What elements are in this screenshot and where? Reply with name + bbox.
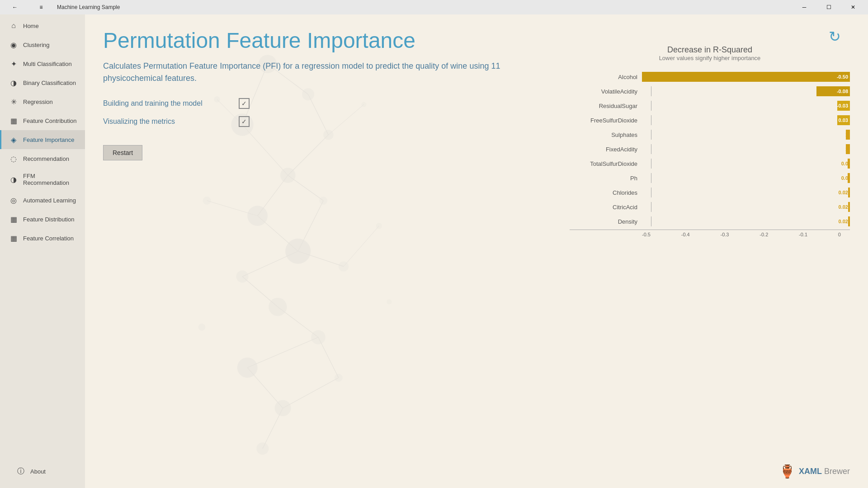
- svg-point-15: [256, 442, 269, 455]
- svg-point-36: [203, 197, 211, 205]
- bar-track-8: 0.02: [642, 188, 850, 197]
- sidebar-label-home: Home: [23, 23, 39, 29]
- sidebar-item-recommendation[interactable]: ◌ Recommendation: [0, 149, 85, 168]
- minimize-button[interactable]: ─: [794, 0, 815, 14]
- bar-track-10: 0.02: [642, 216, 850, 226]
- svg-point-4: [280, 168, 296, 183]
- bar-label-6: TotalSulfurDioxide: [570, 160, 642, 167]
- title-bar: ← ≡ Machine Learning Sample ─ ☐ ✕: [0, 0, 868, 14]
- xaml-brewer-text: XAML Brewer: [799, 467, 850, 476]
- svg-point-39: [387, 299, 392, 304]
- sidebar-label-clustering: Clustering: [23, 42, 50, 48]
- sidebar: ⌂ Home ◉ Clustering ✦ Multi Classificati…: [0, 14, 85, 488]
- regression-icon: ✳: [9, 97, 19, 107]
- sidebar-item-regression[interactable]: ✳ Regression: [0, 92, 85, 111]
- sidebar-item-clustering[interactable]: ◉ Clustering: [0, 35, 85, 54]
- svg-line-32: [283, 378, 339, 408]
- svg-line-31: [247, 368, 283, 408]
- bar-track-9: 0.02: [642, 202, 850, 212]
- axis-label: 0: [838, 232, 841, 237]
- axis-label: -0.5: [642, 232, 651, 237]
- svg-point-6: [319, 197, 327, 205]
- bar-row: Chlorides 0.02: [570, 186, 850, 199]
- sidebar-item-feature-importance[interactable]: ◈ Feature Importance: [0, 130, 85, 149]
- svg-point-11: [311, 330, 325, 344]
- feature-importance-icon: ◈: [9, 135, 19, 145]
- sidebar-label-feature-contribution: Feature Contribution: [23, 117, 77, 124]
- sidebar-item-feature-correlation[interactable]: ▦ Feature Correlation: [0, 229, 85, 248]
- sidebar-item-about[interactable]: ⓘ About: [7, 462, 78, 481]
- sidebar-bottom: ⓘ About: [0, 455, 85, 488]
- step2-item: Visualizing the metrics ✓: [103, 116, 850, 127]
- info-icon: ⓘ: [16, 466, 26, 476]
- back-button[interactable]: ←: [5, 0, 25, 14]
- bar-value-7: 0.0: [841, 175, 848, 181]
- svg-line-30: [318, 337, 339, 378]
- automated-learning-icon: ◎: [9, 195, 19, 205]
- app-title: Machine Learning Sample: [57, 4, 120, 10]
- bar-row: Ph 0.0: [570, 172, 850, 184]
- close-button[interactable]: ✕: [843, 0, 863, 14]
- bar-fill-9: 0.02: [848, 202, 850, 212]
- step1-item: Building and training the model ✓: [103, 98, 850, 109]
- clustering-icon: ◉: [9, 40, 19, 50]
- svg-point-8: [236, 271, 249, 283]
- window-controls: ─ ☐ ✕: [794, 0, 863, 14]
- bar-label-9: CitricAcid: [570, 204, 642, 211]
- bar-value-9: 0.02: [839, 204, 848, 210]
- bar-value-8: 0.02: [839, 190, 848, 195]
- svg-point-12: [237, 357, 258, 378]
- svg-line-43: [344, 226, 379, 267]
- svg-line-26: [298, 251, 344, 267]
- svg-line-42: [207, 201, 258, 216]
- bar-label-8: Chlorides: [570, 189, 642, 196]
- sidebar-item-home[interactable]: ⌂ Home: [0, 16, 85, 35]
- sidebar-item-feature-distribution[interactable]: ▦ Feature Distribution: [0, 210, 85, 229]
- svg-line-25: [242, 251, 298, 277]
- bar-row: Density 0.02: [570, 215, 850, 228]
- svg-line-23: [258, 216, 298, 251]
- axis-label: -0.3: [721, 232, 729, 237]
- svg-point-7: [285, 239, 311, 264]
- sidebar-item-binary-classification[interactable]: ◑ Binary Classification: [0, 73, 85, 92]
- axis-label: -0.1: [799, 232, 807, 237]
- multi-classification-icon: ✦: [9, 59, 19, 69]
- sidebar-item-ffm-recommendation[interactable]: ◑ FFM Recommendation: [0, 168, 85, 191]
- bar-label-7: Ph: [570, 175, 642, 182]
- step2-label: Visualizing the metrics: [103, 117, 230, 126]
- sidebar-label-feature-distribution: Feature Distribution: [23, 216, 74, 223]
- bar-value-6: 0.0: [841, 161, 848, 166]
- svg-point-37: [376, 223, 382, 229]
- svg-point-10: [269, 298, 287, 316]
- bar-fill-8: 0.02: [848, 188, 850, 197]
- sidebar-label-multi-classification: Multi Classification: [23, 61, 72, 67]
- bar-fill-10: 0.02: [848, 216, 850, 226]
- ffm-recommendation-icon: ◑: [9, 174, 19, 184]
- bar-track-7: 0.0: [642, 173, 850, 183]
- xaml-brewer: 🏺 XAML Brewer: [779, 464, 850, 479]
- svg-line-21: [258, 175, 288, 216]
- feature-distribution-icon: ▦: [9, 214, 19, 224]
- app-body: ⌂ Home ◉ Clustering ✦ Multi Classificati…: [0, 14, 868, 488]
- sidebar-label-feature-correlation: Feature Correlation: [23, 235, 74, 242]
- svg-line-29: [247, 337, 318, 367]
- svg-point-13: [335, 374, 343, 382]
- bar-row: CitricAcid 0.02: [570, 201, 850, 213]
- sidebar-item-feature-contribution[interactable]: ▦ Feature Contribution: [0, 111, 85, 130]
- bar-value-10: 0.02: [839, 219, 848, 224]
- menu-button[interactable]: ≡: [31, 0, 52, 14]
- svg-line-33: [263, 408, 283, 449]
- feature-correlation-icon: ▦: [9, 233, 19, 243]
- sidebar-item-multi-classification[interactable]: ✦ Multi Classification: [0, 54, 85, 73]
- page-description: Calculates Permutation Feature Importanc…: [103, 60, 510, 84]
- sidebar-label-binary-classification: Binary Classification: [23, 80, 76, 86]
- axis-label: -0.2: [760, 232, 768, 237]
- sidebar-item-automated-learning[interactable]: ◎ Automated Learning: [0, 191, 85, 210]
- main-content: Permutation Feature Importance Calculate…: [85, 14, 868, 488]
- svg-line-27: [242, 277, 278, 307]
- restore-button[interactable]: ☐: [818, 0, 839, 14]
- bar-fill-7: 0.0: [848, 173, 850, 183]
- sidebar-label-feature-importance: Feature Importance: [23, 136, 74, 143]
- restart-button[interactable]: Restart: [103, 145, 142, 160]
- step1-label: Building and training the model: [103, 99, 230, 108]
